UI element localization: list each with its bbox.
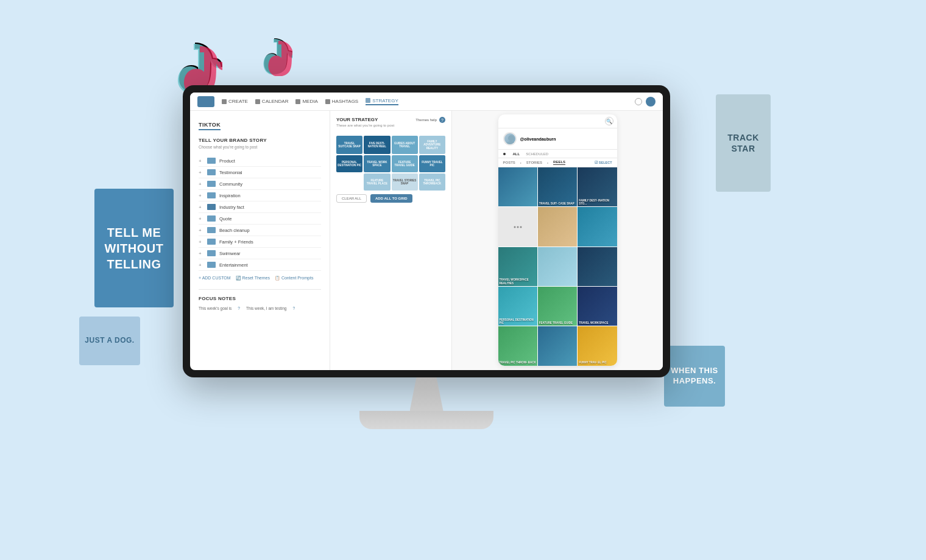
- list-item[interactable]: + Industry fact: [199, 201, 321, 213]
- ig-grid-cell[interactable]: [498, 207, 537, 246]
- strategy-cell[interactable]: TRAVEL WORK SPACE: [364, 155, 390, 172]
- ig-grid-cell[interactable]: [538, 207, 577, 246]
- item-icon: [207, 227, 216, 233]
- ig-grid-cell[interactable]: FUNNY TRAV- EL PIC: [578, 326, 617, 365]
- item-icon: [207, 239, 216, 245]
- focus-notes-section: FOCUS NOTES This week's goal is ? This w…: [199, 289, 321, 310]
- strategy-cell[interactable]: FEATURE TRAVEL PLACE: [364, 173, 390, 191]
- ig-grid-cell[interactable]: [538, 247, 577, 286]
- just-a-dog-card: JUST A DOG.: [79, 317, 140, 365]
- nav-hashtags[interactable]: HASHTAGS: [325, 98, 358, 105]
- ig-grid-cell[interactable]: [498, 167, 537, 206]
- nav-items: CREATE CALENDAR MEDIA HASHTAGS: [222, 98, 627, 105]
- ig-avatar: [503, 132, 517, 145]
- goal-help-icon[interactable]: ?: [238, 306, 240, 310]
- ig-grid-cell[interactable]: [538, 326, 577, 365]
- tab-separator: ›: [520, 161, 521, 164]
- media-icon: [295, 99, 300, 104]
- tab-reels[interactable]: REELS: [553, 160, 565, 165]
- themes-help-icon[interactable]: ?: [439, 117, 445, 123]
- left-panel: TIKTOK TELL YOUR BRAND STORY Choose what…: [190, 111, 330, 370]
- ig-grid-cell[interactable]: [578, 207, 617, 246]
- ig-search-icon[interactable]: 🔍: [605, 117, 613, 125]
- nav-calendar[interactable]: CALENDAR: [255, 98, 289, 105]
- strategy-actions: CLEAR ALL ADD ALL TO GRID: [336, 194, 445, 203]
- strategy-cell[interactable]: FAMILY ADVENTURE REALITY: [419, 136, 445, 154]
- ig-grid-cell[interactable]: PERSONAL DESTINATION PIC: [498, 287, 537, 326]
- monitor-screen: CREATE CALENDAR MEDIA HASHTAGS: [183, 85, 670, 377]
- item-icon: [207, 169, 216, 175]
- item-icon: [207, 192, 216, 198]
- list-item[interactable]: + Beach cleanup: [199, 225, 321, 236]
- strategy-cell[interactable]: TRAVEL PIC THROWBACK: [419, 173, 445, 191]
- ig-grid-cell[interactable]: TRAVEL WORKSPACE REALITIES: [498, 247, 537, 286]
- goal-label: This week's goal is: [199, 306, 231, 310]
- list-item[interactable]: + Swimwear: [199, 248, 321, 259]
- ig-grid-cell[interactable]: TRAVEL SUIT- CASE SNAP: [538, 167, 577, 206]
- testing-help-icon[interactable]: ?: [292, 306, 295, 310]
- testing-label: This week, I am testing: [246, 306, 286, 310]
- tell-me-card: TELL ME WITHOUT TELLING: [94, 189, 174, 307]
- list-item[interactable]: + Entertainment: [199, 259, 321, 271]
- strategy-cell[interactable]: FUNNY TRAVEL PIC: [419, 155, 445, 172]
- app-navbar: CREATE CALENDAR MEDIA HASHTAGS: [190, 93, 663, 111]
- ig-username: @oliveandauburn: [520, 137, 556, 141]
- dot: [517, 226, 518, 228]
- tab-all[interactable]: ALL: [513, 152, 520, 156]
- ig-grid-cell[interactable]: FAMILY DEST- INATION STO...: [578, 167, 617, 206]
- strategy-cell[interactable]: GUIDES ABOUT TRAVEL: [392, 136, 418, 154]
- monitor-stand-base: [359, 411, 493, 429]
- list-item[interactable]: + Quote: [199, 213, 321, 225]
- brand-story-subtitle: Choose what you're going to post: [199, 145, 321, 149]
- item-icon: [207, 158, 216, 164]
- add-custom-button[interactable]: + ADD CUSTOM: [199, 276, 231, 281]
- strategy-cell[interactable]: FEATURE TRAVEL GUIDE: [392, 155, 418, 172]
- strategy-cell[interactable]: PERSONAL DESTINATION PIC: [336, 155, 362, 172]
- nav-strategy[interactable]: STRATEGY: [366, 98, 398, 105]
- item-icon: [207, 262, 216, 268]
- ig-header: @oliveandauburn: [498, 128, 617, 150]
- ig-tabs: ALL SCHEDULED: [498, 150, 617, 158]
- dot: [514, 226, 515, 228]
- strategy-cell[interactable]: FIVE DESTI- NATION REEL: [364, 136, 390, 154]
- strategy-subtitle: These are what you're going to post: [336, 124, 394, 127]
- tab-posts[interactable]: POSTS: [503, 161, 515, 164]
- focus-notes-title: FOCUS NOTES: [199, 296, 321, 301]
- item-icon: [207, 181, 216, 187]
- notification-bell-icon[interactable]: [635, 98, 642, 105]
- list-item[interactable]: + Inspiration: [199, 190, 321, 201]
- dots-overlay: [514, 226, 521, 228]
- platform-tab[interactable]: TIKTOK: [199, 122, 221, 130]
- reset-themes-button[interactable]: 🔄 Reset Themes: [236, 276, 270, 281]
- ig-grid-cell[interactable]: FEATURE TRAVEL GUIDE: [538, 287, 577, 326]
- app-window: CREATE CALENDAR MEDIA HASHTAGS: [190, 93, 663, 370]
- list-item[interactable]: + Product: [199, 155, 321, 167]
- add-all-to-grid-button[interactable]: ADD ALL TO GRID: [370, 194, 412, 203]
- list-item[interactable]: + Family + Friends: [199, 236, 321, 248]
- list-item[interactable]: + Community: [199, 178, 321, 190]
- clear-all-button[interactable]: CLEAR ALL: [336, 194, 367, 203]
- user-avatar[interactable]: [646, 97, 656, 107]
- focus-notes-row: This week's goal is ? This week, I am te…: [199, 306, 321, 310]
- tab-stories[interactable]: STORIES: [526, 161, 542, 164]
- ig-nav-tabs: POSTS › STORIES › REELS ☑ SELECT: [498, 158, 617, 167]
- strategy-cell[interactable]: TRAVEL SUITCASE SNAP: [336, 136, 362, 154]
- nav-media[interactable]: MEDIA: [295, 98, 317, 105]
- nav-create[interactable]: CREATE: [222, 98, 248, 105]
- tab-separator2: ›: [547, 161, 548, 164]
- item-icon: [207, 215, 216, 222]
- ig-grid-cell[interactable]: TRAVEL WORKSPACE: [578, 287, 617, 326]
- list-item[interactable]: + Testimonial: [199, 167, 321, 178]
- content-prompts-button[interactable]: 📋 Content Prompts: [275, 276, 313, 281]
- svg-point-1: [506, 141, 517, 145]
- when-this-card: WHEN THIS HAPPENS.: [664, 346, 725, 407]
- strategy-cell[interactable]: TRAVEL STORIES SNAP: [392, 173, 418, 191]
- ig-grid-cell[interactable]: [578, 247, 617, 286]
- ig-select-button[interactable]: ☑ SELECT: [595, 161, 612, 164]
- hashtags-icon: [325, 99, 330, 104]
- strategy-panel: YOUR STRATEGY These are what you're goin…: [330, 111, 452, 370]
- monitor: CREATE CALENDAR MEDIA HASHTAGS: [183, 85, 670, 402]
- themes-help-label: Themes help: [415, 118, 437, 122]
- ig-grid-cell[interactable]: TRAVEL PIC THROW- BACK: [498, 326, 537, 365]
- tab-scheduled[interactable]: SCHEDULED: [526, 152, 548, 156]
